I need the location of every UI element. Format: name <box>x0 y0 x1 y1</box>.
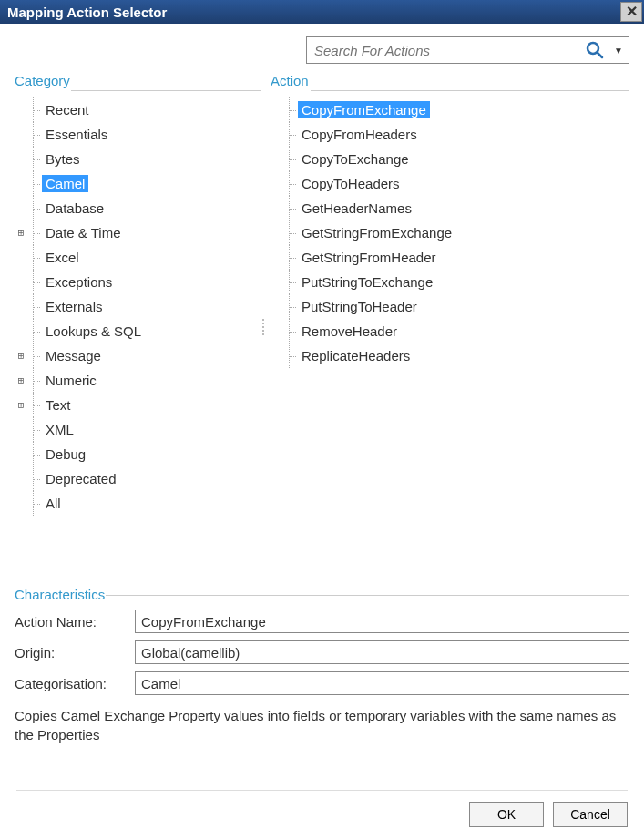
category-panel: Category RecentEssentialsBytesCamelDatab… <box>15 73 261 581</box>
tree-connector <box>27 220 42 245</box>
tree-connector <box>283 196 298 220</box>
categorisation-row: Categorisation: <box>15 671 629 695</box>
tree-connector <box>283 220 298 245</box>
search-input[interactable] <box>307 39 581 62</box>
category-item[interactable]: Lookups & SQL <box>15 319 261 343</box>
category-item[interactable]: ⊞Date & Time <box>15 220 261 245</box>
tree-connector <box>27 97 42 122</box>
category-header: Category <box>15 73 261 90</box>
action-item[interactable]: CopyToHeaders <box>271 171 629 196</box>
categorisation-field <box>135 671 629 695</box>
action-item[interactable]: PutStringToHeader <box>271 294 629 319</box>
cancel-button[interactable]: Cancel <box>553 802 628 827</box>
category-item[interactable]: All <box>15 491 261 516</box>
category-item[interactable]: Bytes <box>15 147 261 171</box>
window-title: Mapping Action Selector <box>7 5 167 20</box>
category-label: Exceptions <box>42 273 116 291</box>
expand-icon[interactable]: ⊞ <box>15 399 27 411</box>
search-dropdown-icon[interactable]: ▼ <box>608 46 629 56</box>
tree-connector <box>27 196 42 220</box>
characteristics-section: Characteristics Action Name: Origin: Cat… <box>15 587 629 695</box>
origin-label: Origin: <box>15 645 135 661</box>
action-item[interactable]: GetStringFromHeader <box>271 245 629 270</box>
search-row: ▼ <box>0 24 644 73</box>
tree-connector <box>27 245 42 270</box>
tree-connector <box>27 294 42 319</box>
tree-connector <box>283 319 298 343</box>
tree-connector <box>283 343 298 368</box>
category-label: All <box>42 495 65 512</box>
category-item[interactable]: Camel <box>15 171 261 196</box>
category-label: Text <box>42 396 75 414</box>
action-name-field <box>135 610 629 633</box>
category-item[interactable]: ⊞Numeric <box>15 368 261 393</box>
close-button[interactable]: ✕ <box>620 2 642 22</box>
category-item[interactable]: Database <box>15 196 261 220</box>
svg-line-1 <box>598 53 602 57</box>
category-item[interactable]: ⊞Text <box>15 393 261 417</box>
tree-connector <box>283 147 298 171</box>
close-icon: ✕ <box>626 5 638 19</box>
action-panel: Action CopyFromExchangeCopyFromHeadersCo… <box>271 73 629 581</box>
dialog-buttons: OK Cancel <box>16 790 628 827</box>
tree-connector <box>27 270 42 294</box>
search-icon[interactable] <box>581 40 608 60</box>
action-header: Action <box>271 73 629 90</box>
category-item[interactable]: Externals <box>15 294 261 319</box>
splitter[interactable] <box>261 73 265 581</box>
category-label: Deprecated <box>42 470 120 487</box>
category-label: Camel <box>42 175 88 192</box>
action-item[interactable]: GetHeaderNames <box>271 196 629 220</box>
action-label: PutStringToExchange <box>298 273 436 291</box>
search-box[interactable]: ▼ <box>306 36 629 64</box>
tree-connector <box>27 393 42 417</box>
tree-connector <box>27 491 42 516</box>
category-tree[interactable]: RecentEssentialsBytesCamelDatabase⊞Date … <box>15 90 261 581</box>
expand-icon[interactable]: ⊞ <box>15 350 27 362</box>
category-item[interactable]: Exceptions <box>15 270 261 294</box>
expand-icon[interactable]: ⊞ <box>15 374 27 386</box>
category-item[interactable]: XML <box>15 417 261 442</box>
action-name-row: Action Name: <box>15 610 629 633</box>
tree-connector <box>283 294 298 319</box>
action-label: GetStringFromHeader <box>298 249 440 266</box>
tree-connector <box>283 245 298 270</box>
action-label: CopyToHeaders <box>298 175 404 192</box>
tree-connector <box>283 122 298 147</box>
category-item[interactable]: Excel <box>15 245 261 270</box>
category-item[interactable]: Deprecated <box>15 466 261 491</box>
main-panels: Category RecentEssentialsBytesCamelDatab… <box>0 73 644 581</box>
category-label: Excel <box>42 249 83 266</box>
tree-connector <box>27 343 42 368</box>
action-item[interactable]: CopyFromExchange <box>271 97 629 122</box>
tree-connector <box>27 368 42 393</box>
action-tree[interactable]: CopyFromExchangeCopyFromHeadersCopyToExc… <box>271 90 629 581</box>
category-item[interactable]: ⊞Message <box>15 343 261 368</box>
action-item[interactable]: RemoveHeader <box>271 319 629 343</box>
action-label: RemoveHeader <box>298 323 401 340</box>
category-label: Lookups & SQL <box>42 323 145 340</box>
expand-icon[interactable]: ⊞ <box>15 227 27 239</box>
action-item[interactable]: PutStringToExchange <box>271 270 629 294</box>
category-item[interactable]: Essentials <box>15 122 261 147</box>
category-label: XML <box>42 421 77 438</box>
tree-connector <box>283 97 298 122</box>
ok-button[interactable]: OK <box>469 802 544 827</box>
action-label: GetHeaderNames <box>298 200 415 217</box>
action-label: GetStringFromExchange <box>298 224 455 241</box>
tree-connector <box>27 417 42 442</box>
action-item[interactable]: GetStringFromExchange <box>271 220 629 245</box>
titlebar: Mapping Action Selector ✕ <box>0 0 644 24</box>
action-item[interactable]: ReplicateHeaders <box>271 343 629 368</box>
action-item[interactable]: CopyToExchange <box>271 147 629 171</box>
category-item[interactable]: Debug <box>15 442 261 466</box>
tree-connector <box>283 270 298 294</box>
action-label: PutStringToHeader <box>298 298 421 315</box>
tree-connector <box>27 147 42 171</box>
origin-row: Origin: <box>15 640 629 664</box>
action-name-label: Action Name: <box>15 614 135 630</box>
category-item[interactable]: Recent <box>15 97 261 122</box>
action-item[interactable]: CopyFromHeaders <box>271 122 629 147</box>
action-label: ReplicateHeaders <box>298 347 414 364</box>
action-label: CopyFromHeaders <box>298 126 421 143</box>
